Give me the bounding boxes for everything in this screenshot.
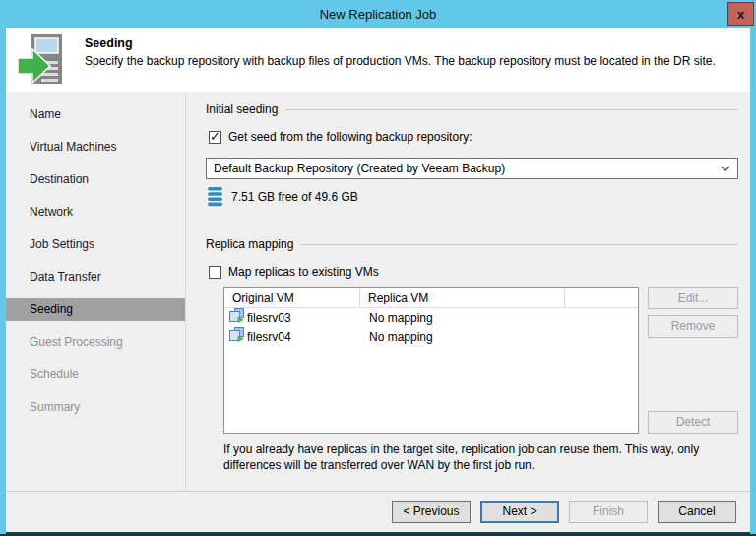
wizard-footer: < Previous Next > Finish Cancel xyxy=(6,491,750,532)
mapping-buttons: Edit... Remove Detect xyxy=(648,287,738,434)
map-replicas-checkbox-row: Map replicas to existing VMs xyxy=(209,264,738,280)
backup-repository-dropdown[interactable]: Default Backup Repository (Created by Ve… xyxy=(206,158,738,179)
mapping-table: Original VM Replica VM filesrv03 No mapp… xyxy=(223,287,639,434)
vm-icon xyxy=(229,327,245,346)
replica-vm-cell: No mapping xyxy=(360,330,638,344)
original-vm-name: filesrv03 xyxy=(247,311,291,325)
main-pane: Initial seeding Get seed from the follow… xyxy=(186,92,750,491)
sidebar-item-destination[interactable]: Destination xyxy=(6,168,185,191)
column-header-original-vm[interactable]: Original VM xyxy=(224,288,360,307)
previous-button[interactable]: < Previous xyxy=(392,501,471,523)
initial-seeding-label: Initial seeding xyxy=(206,102,285,116)
cancel-button[interactable]: Cancel xyxy=(658,501,736,523)
sidebar-item-name[interactable]: Name xyxy=(6,102,185,126)
column-header-replica-vm[interactable]: Replica VM xyxy=(360,288,565,307)
sidebar-item-schedule[interactable]: Schedule xyxy=(6,363,185,386)
get-seed-checkbox-label: Get seed from the following backup repos… xyxy=(228,130,472,144)
original-vm-cell: filesrv04 xyxy=(224,327,360,346)
new-replication-job-window: New Replication Job x Seeding Specify t xyxy=(0,0,756,536)
sidebar-item-job-settings[interactable]: Job Settings xyxy=(6,233,185,256)
table-row[interactable]: filesrv04 No mapping xyxy=(224,327,638,346)
dialog: Seeding Specify the backup repository wi… xyxy=(6,28,750,534)
group-divider xyxy=(285,109,738,110)
wizard-header-text: Seeding Specify the backup repository wi… xyxy=(79,33,716,92)
sidebar-item-network[interactable]: Network xyxy=(6,200,185,224)
table-row[interactable]: filesrv03 No mapping xyxy=(224,308,638,327)
sidebar-item-data-transfer[interactable]: Data Transfer xyxy=(6,265,185,289)
wizard-steps: NameVirtual MachinesDestinationNetworkJo… xyxy=(6,92,186,491)
finish-button[interactable]: Finish xyxy=(569,501,648,523)
replica-mapping-note: If you already have replicas in the targ… xyxy=(223,441,716,473)
mapping-table-body: filesrv03 No mapping filesrv04 No mappin… xyxy=(224,308,638,346)
get-seed-checkbox[interactable] xyxy=(209,131,221,144)
sidebar-item-guest-processing[interactable]: Guest Processing xyxy=(6,330,185,354)
map-replicas-checkbox[interactable] xyxy=(209,266,221,279)
remove-button[interactable]: Remove xyxy=(648,315,738,338)
window-title: New Replication Job xyxy=(320,7,437,22)
sidebar-item-virtual-machines[interactable]: Virtual Machines xyxy=(6,135,185,159)
replica-mapping-group: Replica mapping xyxy=(206,236,738,252)
mapping-table-header: Original VM Replica VM xyxy=(224,288,638,308)
sidebar-item-summary[interactable]: Summary xyxy=(6,395,185,419)
step-description: Specify the backup repository with backu… xyxy=(85,54,716,68)
titlebar[interactable]: New Replication Job x xyxy=(0,0,756,28)
sidebar-item-seeding[interactable]: Seeding xyxy=(6,298,185,321)
seeding-step-icon xyxy=(18,33,79,92)
edit-button[interactable]: Edit... xyxy=(648,287,738,309)
repository-free-space-row: 7.51 GB free of 49.6 GB xyxy=(208,187,738,207)
replica-vm-cell: No mapping xyxy=(360,311,638,325)
close-button[interactable]: x xyxy=(727,2,754,26)
column-header-empty xyxy=(565,288,638,307)
group-divider xyxy=(301,244,738,245)
original-vm-cell: filesrv03 xyxy=(224,308,360,327)
replica-mapping-label: Replica mapping xyxy=(206,237,301,251)
close-icon: x xyxy=(737,7,744,22)
wizard-body: NameVirtual MachinesDestinationNetworkJo… xyxy=(6,92,750,491)
vm-icon xyxy=(229,308,245,327)
chevron-down-icon xyxy=(721,166,730,171)
detect-button[interactable]: Detect xyxy=(648,411,738,434)
map-replicas-checkbox-label: Map replicas to existing VMs xyxy=(228,265,379,279)
repository-icon xyxy=(208,187,222,207)
backup-repository-value: Default Backup Repository (Created by Ve… xyxy=(214,162,721,175)
replica-mapping-area: Original VM Replica VM filesrv03 No mapp… xyxy=(223,287,738,434)
step-title: Seeding xyxy=(85,36,716,50)
initial-seeding-group: Initial seeding xyxy=(206,101,738,117)
wizard-header: Seeding Specify the backup repository wi… xyxy=(6,28,750,92)
original-vm-name: filesrv04 xyxy=(247,330,291,344)
get-seed-checkbox-row: Get seed from the following backup repos… xyxy=(209,129,738,145)
free-space-text: 7.51 GB free of 49.6 GB xyxy=(231,190,358,204)
next-button[interactable]: Next > xyxy=(480,501,559,523)
